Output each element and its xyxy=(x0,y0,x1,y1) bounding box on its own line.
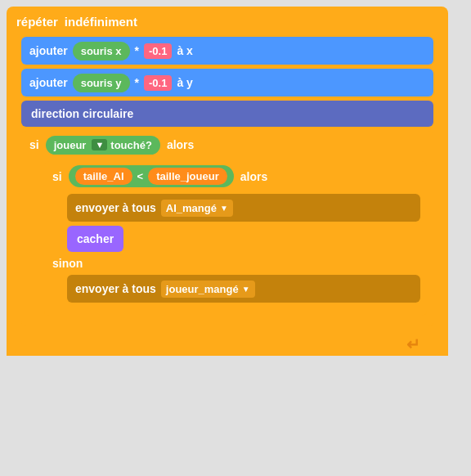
add-y-op: * xyxy=(135,76,139,89)
souris-x-oval[interactable]: souris x xyxy=(73,42,130,61)
joueur-touche-cond[interactable]: joueur ▼ touché? xyxy=(46,136,160,155)
sinon-label: sinon xyxy=(44,254,427,272)
add-y-suffix: à y xyxy=(177,76,192,89)
if-joueur-si: si xyxy=(29,138,39,151)
add-x-prefix: ajouter xyxy=(29,44,68,57)
send-ai-mang-block: envoyer à tous AI_mangé ▼ xyxy=(67,194,420,222)
compare-op: < xyxy=(137,170,144,182)
repeat-indefiniment-label: indéfiniment xyxy=(65,15,137,29)
joueur-dropdown[interactable]: ▼ xyxy=(92,139,107,150)
direction-label: direction circulaire xyxy=(31,107,133,120)
if-taille-si: si xyxy=(52,170,62,183)
taille-ai-oval: taille_AI xyxy=(75,168,132,185)
scratch-blocks: répéter indéfiniment ajouter souris x * … xyxy=(7,7,464,356)
souris-y-oval[interactable]: souris y xyxy=(73,74,130,92)
cacher-block: cacher xyxy=(67,226,123,252)
repeat-arrow-icon: ↵ xyxy=(406,335,420,354)
send-joueur-mang-block: envoyer à tous joueur_mangé ▼ xyxy=(67,275,420,303)
if-taille-header: si taille_AI < taille_joueur alors xyxy=(44,161,427,191)
send2-event[interactable]: joueur_mangé ▼ xyxy=(161,281,255,298)
if-joueur-block: si joueur ▼ touché? alors si xyxy=(21,131,433,326)
if-taille-alors: alors xyxy=(240,170,267,183)
repeat-body: ajouter souris x * -0.1 à x ajouter sour… xyxy=(15,34,440,333)
add-x-suffix: à x xyxy=(177,44,192,57)
add-y-val[interactable]: -0.1 xyxy=(144,75,172,91)
repeat-label: répéter xyxy=(16,15,58,29)
send2-dropdown-arrow: ▼ xyxy=(242,285,250,294)
if-joueur-alors: alors xyxy=(167,138,194,151)
cacher-label: cacher xyxy=(77,232,114,245)
repeat-block: répéter indéfiniment ajouter souris x * … xyxy=(7,7,448,356)
add-y-block: ajouter souris y * -0.1 à y xyxy=(21,69,433,97)
if-joueur-header: si joueur ▼ touché? alors xyxy=(21,131,433,159)
send1-prefix: envoyer à tous xyxy=(75,201,156,214)
if-joueur-body: si taille_AI < taille_joueur alors xyxy=(21,159,433,318)
add-x-val[interactable]: -0.1 xyxy=(144,43,172,59)
add-x-block: ajouter souris x * -0.1 à x xyxy=(21,37,433,65)
sinon-body: envoyer à tous joueur_mangé ▼ xyxy=(44,272,427,308)
if-taille-body: envoyer à tous AI_mangé ▼ cacher xyxy=(44,191,427,254)
send1-dropdown-arrow: ▼ xyxy=(220,204,228,213)
direction-block: direction circulaire xyxy=(21,101,433,127)
taille-joueur-oval: taille_joueur xyxy=(148,168,227,185)
repeat-header: répéter indéfiniment xyxy=(15,11,440,34)
if-joueur-footer xyxy=(21,318,433,326)
touche-label: touché? xyxy=(110,139,152,151)
add-y-prefix: ajouter xyxy=(29,76,68,89)
add-x-op: * xyxy=(135,44,139,57)
joueur-var: joueur xyxy=(54,139,87,151)
send2-prefix: envoyer à tous xyxy=(75,282,156,295)
repeat-footer: ↵ xyxy=(15,333,440,356)
if-taille-block: si taille_AI < taille_joueur alors xyxy=(44,161,427,316)
if-taille-footer xyxy=(44,308,427,316)
send1-event[interactable]: AI_mangé ▼ xyxy=(161,200,233,217)
taille-compare-cond[interactable]: taille_AI < taille_joueur xyxy=(69,165,234,187)
